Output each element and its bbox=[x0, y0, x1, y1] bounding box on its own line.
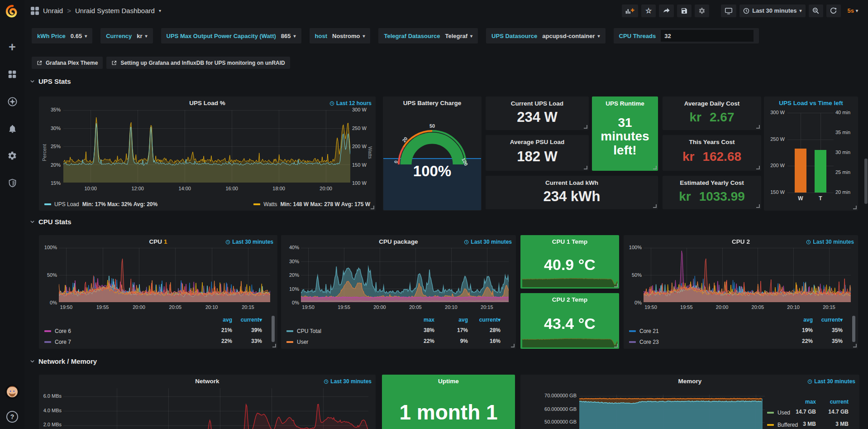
time-range-picker[interactable]: Last 30 minutes ▾ bbox=[739, 5, 805, 17]
section-ups-stats[interactable]: UPS Stats bbox=[30, 77, 71, 85]
alerting-bell-icon[interactable] bbox=[7, 123, 18, 134]
dashboards-icon[interactable] bbox=[7, 69, 18, 80]
legend-series[interactable]: Core 23 bbox=[629, 339, 659, 345]
link-ups-monitoring-guide[interactable]: Setting up Grafana and InfluxDB for UPS … bbox=[106, 57, 290, 69]
configuration-gear-icon[interactable] bbox=[7, 150, 18, 161]
legend-watts[interactable]: Watts Min: 148 W Max: 278 W Avg: 175 W bbox=[253, 201, 370, 207]
graph-canvas[interactable] bbox=[59, 248, 270, 302]
y-tick: 30 min bbox=[835, 149, 857, 155]
legend-scrollbar[interactable] bbox=[272, 316, 275, 342]
legend-header-avg[interactable]: avg bbox=[223, 317, 232, 323]
page-scrollbar[interactable] bbox=[864, 159, 868, 204]
legend-scrollbar[interactable] bbox=[852, 316, 855, 342]
panel-title[interactable]: UPS Battery Charge bbox=[383, 100, 482, 106]
x-tick: 19:50 bbox=[302, 304, 315, 310]
section-network-memory[interactable]: Network / Memory bbox=[30, 357, 97, 365]
stat-title[interactable]: Average PSU Load bbox=[486, 139, 589, 145]
panel-time-range[interactable]: Last 12 hours bbox=[329, 100, 372, 106]
variable-kwh-price[interactable]: kWh Price 0.65▾ bbox=[32, 28, 92, 43]
stat-title[interactable]: Current UPS Load bbox=[486, 100, 589, 107]
graph-canvas[interactable] bbox=[301, 248, 509, 302]
panel-title[interactable]: Uptime bbox=[382, 378, 515, 385]
panel-time-range[interactable]: Last 30 minutes bbox=[324, 378, 372, 385]
refresh-button[interactable] bbox=[826, 5, 841, 17]
legend-series[interactable]: Core 7 bbox=[44, 339, 71, 345]
legend-header-current[interactable]: current▾ bbox=[479, 317, 501, 323]
variable-ups-datasource[interactable]: UPS Datasource apcupsd-container▾ bbox=[486, 28, 605, 43]
y-tick: 30% bbox=[282, 259, 299, 264]
legend-value: 16% bbox=[490, 338, 501, 344]
share-button[interactable] bbox=[659, 5, 674, 17]
legend-series[interactable]: Core 6 bbox=[44, 328, 71, 334]
legend-ups-load[interactable]: UPS Load Min: 17% Max: 32% Avg: 20% bbox=[44, 201, 157, 207]
variable-currency[interactable]: Currency kr▾ bbox=[100, 28, 153, 43]
graph-canvas[interactable] bbox=[63, 388, 368, 429]
variable-ups-max-output[interactable]: UPS Max Output Power Capacity (Watt) 865… bbox=[161, 28, 301, 43]
variable-telegraf-datasource[interactable]: Telegraf Datasource Telegraf▾ bbox=[378, 28, 478, 43]
stat-title[interactable]: Current Load kWh bbox=[486, 179, 658, 186]
cpu-threads-input[interactable] bbox=[661, 30, 754, 42]
graph-canvas[interactable] bbox=[63, 110, 350, 183]
x-tick: W bbox=[795, 195, 806, 202]
legend-header-avg[interactable]: avg bbox=[803, 317, 813, 323]
panel-title[interactable]: UPS Load vs Time left bbox=[764, 100, 858, 106]
dashboard-board: kWh Price 0.65▾ Currency kr▾ UPS Max Out… bbox=[24, 21, 868, 429]
panel-cpu-package: CPU package Last 30 minutes 40% 30% 20% … bbox=[281, 235, 516, 349]
legend-header-max[interactable]: max bbox=[424, 317, 434, 323]
x-tick: 20:00 bbox=[716, 304, 729, 310]
cycle-view-monitor-icon[interactable] bbox=[721, 5, 736, 17]
legend-series[interactable]: Buffered bbox=[767, 422, 798, 428]
zoom-out-button[interactable] bbox=[809, 5, 823, 17]
panel-time-range[interactable]: Last 30 minutes bbox=[806, 239, 854, 245]
legend-header-current[interactable]: current bbox=[830, 399, 849, 405]
panel-time-range[interactable]: Last 30 minutes bbox=[807, 378, 855, 385]
stat-title[interactable]: UPS Runtime bbox=[592, 100, 658, 107]
legend-value: 17% bbox=[457, 327, 468, 333]
legend-series[interactable]: Core 21 bbox=[629, 328, 659, 334]
bar-watts[interactable] bbox=[795, 149, 806, 193]
legend-header-current[interactable]: current▾ bbox=[821, 317, 843, 323]
refresh-interval-picker[interactable]: 5s ▾ bbox=[844, 5, 862, 17]
graph-canvas[interactable] bbox=[579, 395, 765, 429]
section-cpu-stats[interactable]: CPU Stats bbox=[30, 218, 72, 226]
save-button[interactable] bbox=[677, 5, 692, 17]
stat-title[interactable]: This Years Cost bbox=[663, 139, 761, 145]
x-tick: 20:15 bbox=[242, 304, 254, 310]
x-tick: 20:15 bbox=[481, 304, 493, 310]
caret-down-icon[interactable]: ▾ bbox=[159, 8, 161, 13]
legend-header-max[interactable]: max bbox=[805, 399, 816, 405]
explore-compass-icon[interactable] bbox=[7, 96, 18, 107]
legend-header-current[interactable]: current▾ bbox=[241, 317, 262, 323]
graph-canvas[interactable] bbox=[644, 248, 851, 302]
breadcrumb-dashboard[interactable]: Unraid System Dashboard bbox=[75, 7, 155, 14]
settings-gear-icon[interactable] bbox=[695, 5, 709, 17]
link-grafana-plex-theme[interactable]: Grafana Plex Theme bbox=[32, 57, 103, 69]
panel-time-range[interactable]: Last 30 minutes bbox=[225, 239, 273, 245]
legend-series[interactable]: Used bbox=[767, 410, 790, 416]
stat-title[interactable]: Estimated Yearly Cost bbox=[663, 179, 761, 186]
x-tick: 19:55 bbox=[680, 304, 693, 310]
legend-series[interactable]: CPU Total bbox=[286, 328, 321, 334]
create-plus-icon[interactable]: + bbox=[7, 42, 18, 53]
user-avatar[interactable] bbox=[5, 385, 19, 399]
variable-value: apcupsd-container bbox=[542, 33, 595, 39]
graph-legend: UPS Load Min: 17% Max: 32% Avg: 20% Watt… bbox=[44, 201, 370, 207]
legend-value: 21% bbox=[221, 327, 232, 333]
add-panel-button[interactable] bbox=[622, 5, 638, 17]
grafana-logo-icon[interactable] bbox=[3, 3, 21, 21]
bar-time-left[interactable] bbox=[815, 150, 826, 193]
help-icon[interactable]: ? bbox=[6, 411, 18, 423]
panel-title[interactable]: CPU 1 Temp bbox=[520, 238, 619, 245]
mark-favorite-button[interactable]: ☆ bbox=[641, 5, 656, 17]
variable-host[interactable]: host Nostromo▾ bbox=[310, 28, 371, 43]
legend-header-avg[interactable]: avg bbox=[458, 317, 468, 323]
stat-title[interactable]: Average Daily Cost bbox=[663, 100, 761, 107]
breadcrumb-folder[interactable]: Unraid bbox=[43, 7, 63, 14]
panel-time-range[interactable]: Last 30 minutes bbox=[464, 239, 512, 245]
legend-row: Core 6 21% 39% bbox=[44, 327, 272, 334]
legend-series[interactable]: User bbox=[286, 339, 308, 345]
bar-plot[interactable] bbox=[787, 113, 834, 193]
server-admin-shield-icon[interactable] bbox=[7, 178, 18, 188]
panel-title[interactable]: UPS Load % bbox=[39, 100, 376, 106]
panel-title[interactable]: CPU 2 Temp bbox=[520, 296, 619, 303]
